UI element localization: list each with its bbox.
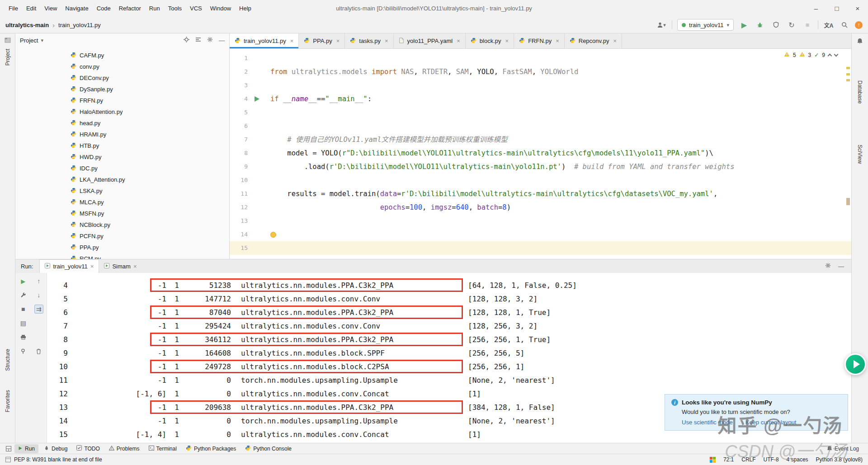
floating-action-button[interactable] [844,353,866,375]
tree-item-deconv-py[interactable]: DEConv.py [15,72,229,84]
code-line-3[interactable]: 3 [230,79,851,92]
statusbar-toolwindow-icon[interactable] [5,457,11,462]
tree-item-msfn-py[interactable]: MSFN.py [15,208,229,219]
profile-icon[interactable]: ▾ [656,19,667,30]
sidebar-item-structure[interactable]: Structure [5,349,11,371]
close-tab-icon[interactable]: × [336,38,340,44]
tree-item-lska-py[interactable]: LSKA.py [15,185,229,197]
code-line-12[interactable]: 12 epochs=100, imgsz=640, batch=8) [230,201,851,214]
tree-item-conv-py[interactable]: conv.py [15,61,229,72]
menu-code[interactable]: Code [93,0,115,17]
stop-button[interactable]: ■ [19,305,28,314]
tree-item-hrami-py[interactable]: HRAMI.py [15,129,229,140]
code-line-1[interactable]: 1 [230,52,851,65]
menu-refactor[interactable]: Refactor [115,0,145,17]
code-line-11[interactable]: 11 results = model.train(data=r'D:\bilib… [230,187,851,201]
intention-bulb-icon[interactable] [270,232,276,238]
tree-item-dysanple-py[interactable]: DySanple.py [15,84,229,95]
close-tab-icon[interactable]: × [133,263,137,270]
inspections-widget[interactable]: 5 3 ✓ 9 [782,51,840,59]
menu-window[interactable]: Window [206,0,235,17]
error-stripe[interactable] [845,49,851,259]
run-config-selector[interactable]: train_yolov11 ▾ [677,19,734,31]
breadcrumb-file[interactable]: train_yolov11.py [58,22,101,28]
menu-tools[interactable]: Tools [164,0,186,17]
toolwindow-button-todo[interactable]: TODO [73,444,103,453]
soft-wrap-icon[interactable]: ⇉ [34,305,43,314]
update-notification-icon[interactable]: ↑ [855,21,863,29]
stripe-warning-mark[interactable] [846,79,850,81]
tree-item-idc-py[interactable]: IDC.py [15,163,229,174]
code-line-4[interactable]: 4if __name__=="__main__": [230,92,851,106]
code-line-2[interactable]: 2from ultralytics.models import NAS, RTD… [230,65,851,79]
run-settings-icon[interactable] [825,263,831,270]
toolwindow-button-problems[interactable]: Problems [105,444,143,453]
run-tab-train_yolov11[interactable]: train_yolov11× [39,259,99,273]
status-message[interactable]: PEP 8: W391 blank line at end of file [14,456,102,463]
run-button[interactable]: ▶ [739,19,750,30]
code-line-5[interactable]: 5 [230,106,851,119]
tree-item-ncblock-py[interactable]: NCBlock.py [15,219,229,230]
colored-grid-icon[interactable] [710,457,716,463]
close-tab-icon[interactable]: × [613,38,617,44]
next-occurrence-icon[interactable]: ↓ [34,291,43,300]
sidebar-item-project[interactable]: Project [5,49,11,66]
stripe-warning-mark[interactable] [846,73,850,75]
translate-icon[interactable]: 文A [823,19,834,30]
stripe-mark[interactable] [846,198,850,205]
menu-file[interactable]: File [5,0,22,17]
clear-all-icon[interactable] [34,347,43,356]
debug-button[interactable] [755,19,765,30]
toolwindow-button-python-packages[interactable]: Python Packages [182,444,240,453]
menu-navigate[interactable]: Navigate [61,0,92,17]
locate-file-icon[interactable] [184,37,189,44]
project-panel-title[interactable]: Project [20,37,38,44]
menu-edit[interactable]: Edit [22,0,40,17]
coverage-button[interactable] [770,19,781,30]
run-line-icon[interactable] [255,96,259,102]
tree-item-rcm-py[interactable]: RCM.py [15,253,229,259]
sidebar-item-database[interactable]: Database [857,80,863,103]
tab-ppa-py[interactable]: PPA.py× [299,33,345,48]
tree-item-haloattention-py[interactable]: HaloAttention.py [15,106,229,117]
sidebar-item-favorites[interactable]: Favorites [5,390,11,412]
close-tab-icon[interactable]: × [457,38,460,44]
code-line-13[interactable]: 13 [230,214,851,228]
pin-tab-icon[interactable] [19,347,28,356]
close-tab-icon[interactable]: × [505,38,509,44]
maximize-button[interactable]: □ [826,0,847,17]
tree-item-ppa-py[interactable]: PPA.py [15,242,229,253]
hide-run-panel-icon[interactable]: — [838,263,844,270]
code-line-8[interactable]: 8 model = YOLO(r"D:\bilibili\model\YOLO1… [230,146,851,160]
close-tab-icon[interactable]: × [90,263,94,270]
tool-windows-icon[interactable] [5,445,13,453]
menu-run[interactable]: Run [145,0,164,17]
previous-issue-icon[interactable] [828,53,832,58]
toolwindow-button-python-console[interactable]: Python Console [241,444,295,453]
search-everywhere-icon[interactable] [839,19,850,30]
project-toolwindow-icon[interactable] [5,37,11,45]
code-line-14[interactable]: 14 [230,228,851,241]
minimize-button[interactable]: – [806,0,826,17]
tab-frfn-py[interactable]: FRFN.py× [514,33,565,48]
run-tab-simam[interactable]: Simam× [99,259,142,273]
code-line-9[interactable]: 9 .load(r'D:\bilibili\model\YOLO11\ultra… [230,160,851,174]
notifications-bell-icon[interactable] [857,38,863,46]
tree-item-hwd-py[interactable]: HWD.py [15,151,229,163]
tree-item-pcfn-py[interactable]: PCFN.py [15,230,229,242]
code-line-7[interactable]: 7 # 使用自己的YOLOv11.yaml文件搭建模型并加载预训练权重训练模型 [230,133,851,146]
tree-item-cafm-py[interactable]: CAFM.py [15,50,229,61]
close-tab-icon[interactable]: × [290,38,294,44]
settings-icon[interactable] [207,37,213,44]
tree-item-htb-py[interactable]: HTB.py [15,140,229,151]
tab-tasks-py[interactable]: tasks.py× [345,33,393,48]
rerun-icon[interactable]: ↻ [786,19,797,30]
tree-item-frfn-py[interactable]: FRFN.py [15,95,229,106]
collapse-all-icon[interactable] [195,37,201,44]
code-line-10[interactable]: 10 [230,174,851,187]
tab-train_yolov11-py[interactable]: train_yolov11.py× [230,33,299,48]
print-icon[interactable] [19,333,28,342]
breadcrumb-project[interactable]: ultralytics-main [5,22,49,28]
close-button[interactable]: × [847,0,868,17]
restore-layout-icon[interactable]: ▤ [19,319,28,328]
